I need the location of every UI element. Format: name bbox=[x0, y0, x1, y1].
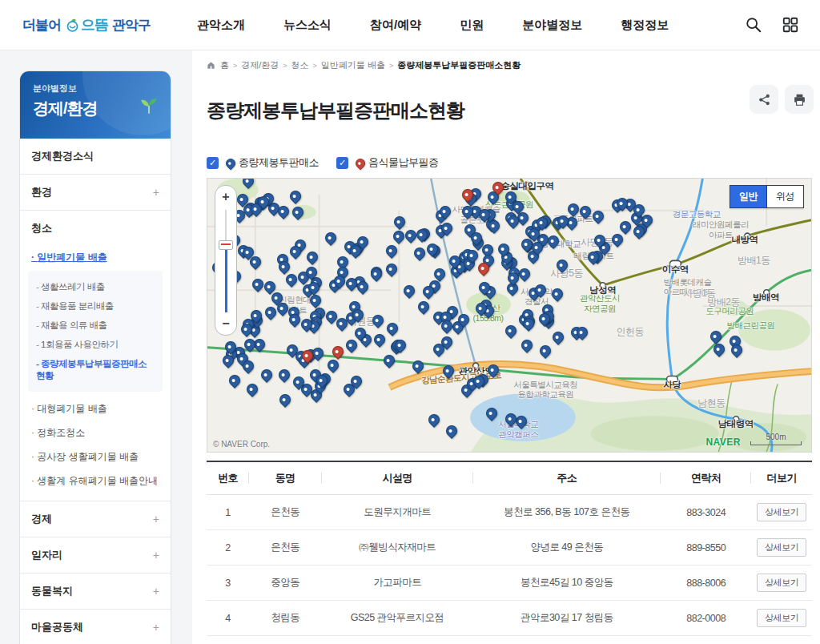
sidebar-item-label: 경제 bbox=[31, 512, 52, 526]
cell-address: 관악로 304 청림동 bbox=[473, 636, 661, 644]
expand-plus-icon[interactable]: + bbox=[153, 621, 159, 634]
nav-item-6[interactable]: 행정정보 bbox=[621, 18, 669, 33]
sidebar-item-bottom-4[interactable]: 마을공동체+ bbox=[20, 609, 171, 644]
sidebar-sub-box: 생활쓰레기 배출재활용품 분리배출재활용 의류 배출1회용품 사용안하기종량제봉… bbox=[28, 271, 163, 392]
filter-label: 종량제봉투판매소 bbox=[239, 155, 319, 170]
nav-item-2[interactable]: 뉴스소식 bbox=[283, 18, 332, 33]
sidebar-subitem-1[interactable]: 생활쓰레기 배출 bbox=[34, 277, 156, 296]
zoom-in-button[interactable]: + bbox=[215, 187, 236, 207]
sidebar-item-1[interactable]: 경제환경소식 bbox=[20, 139, 171, 174]
cell-facility-name: GS25 관악푸르지오점 bbox=[322, 601, 473, 636]
breadcrumb-separator: > bbox=[313, 62, 317, 70]
map-label-station-28: 사당 bbox=[664, 380, 681, 391]
legend-pin-shape bbox=[224, 157, 238, 171]
breadcrumb: 홈>경제/환경>청소>일반폐기물 배출>종량제봉투납부필증판매소현황 bbox=[207, 59, 521, 71]
zoom-track[interactable] bbox=[225, 210, 227, 242]
table-row: 1은천동도원무지개마트봉천로 356, B동 107호 은천동883-3024상… bbox=[207, 495, 812, 530]
map-label-station-32: 남태령역 bbox=[718, 419, 754, 430]
map-label-station-7: 내방역 bbox=[732, 235, 758, 246]
sidebar-sibling-2[interactable]: 정화조청소 bbox=[28, 421, 163, 445]
sidebar-item-label: 일자리 bbox=[31, 548, 62, 562]
title-buttons bbox=[750, 85, 814, 114]
cell-number: 5 bbox=[207, 636, 249, 644]
breadcrumb-item-4[interactable]: 일반폐기물 배출 bbox=[321, 59, 385, 71]
cell-phone: 889-8550 bbox=[661, 530, 751, 566]
breadcrumb-item-1[interactable]: 홈 bbox=[220, 59, 229, 71]
grid-menu-icon[interactable] bbox=[782, 16, 799, 34]
sidebar-item-bottom-2[interactable]: 일자리+ bbox=[20, 537, 171, 573]
sidebar-item-bottom-3[interactable]: 동물복지+ bbox=[20, 573, 171, 609]
sidebar-sibling-1[interactable]: 대형폐기물 배출 bbox=[28, 396, 163, 421]
breadcrumb-item-3[interactable]: 청소 bbox=[291, 59, 309, 71]
expand-plus-icon[interactable]: + bbox=[153, 585, 159, 598]
sidebar-subitem-2[interactable]: 재활용품 분리배출 bbox=[34, 296, 156, 316]
sales-locations-table: 번호동명시설명주소연락처더보기 1은천동도원무지개마트봉천로 356, B동 1… bbox=[207, 461, 812, 644]
naver-map[interactable]: + − 일반 위성 © NAVER Corp. NAVER 500m 숭실대입구… bbox=[207, 178, 812, 453]
logo-text-2: 으뜸 bbox=[66, 15, 108, 34]
sidebar-subitem-3[interactable]: 재활용 의류 배출 bbox=[34, 316, 156, 335]
cell-dong: 청림동 bbox=[249, 601, 322, 636]
breadcrumb-item-2[interactable]: 경제/환경 bbox=[241, 59, 279, 71]
sidebar: 분야별정보 경제/환경 경제환경소식환경+청소일반폐기물 배출생활쓰레기 배출재… bbox=[19, 70, 171, 644]
top-icons bbox=[745, 16, 799, 34]
sidebar-item-2[interactable]: 환경+ bbox=[20, 174, 171, 210]
share-button[interactable] bbox=[750, 85, 778, 114]
search-icon[interactable] bbox=[745, 16, 762, 34]
top-header: 더불어 으뜸 관악구 관악소개뉴스소식참여/예약민원분야별정보행정정보 bbox=[0, 0, 820, 50]
expand-plus-icon[interactable]: + bbox=[153, 549, 159, 561]
sidebar-cleaning-submenu: 일반폐기물 배출생활쓰레기 배출재활용품 분리배출재활용 의류 배출1회용품 사… bbox=[20, 246, 171, 501]
map-label-district-31: 남현동 bbox=[697, 397, 726, 409]
sidebar-sibling-3[interactable]: 공사장 생활폐기물 배출 bbox=[28, 445, 163, 469]
sidebar-item-label: 청소 bbox=[31, 221, 52, 235]
detail-button[interactable]: 상세보기 bbox=[757, 503, 806, 521]
sidebar-item-label: 경제환경소식 bbox=[31, 149, 94, 163]
cell-more: 상세보기 bbox=[751, 495, 812, 530]
zoom-slider-handle[interactable] bbox=[219, 240, 233, 250]
print-icon bbox=[793, 93, 806, 107]
cell-phone: 882-0008 bbox=[661, 601, 751, 636]
detail-button[interactable]: 상세보기 bbox=[757, 538, 806, 557]
checkbox-blue[interactable]: ✓ bbox=[207, 157, 219, 169]
print-button[interactable] bbox=[785, 85, 814, 114]
sidebar-item-label: 마을공동체 bbox=[31, 620, 83, 634]
map-label-poi-29: 서울특별시교육청 융합과학교육원 bbox=[513, 380, 577, 400]
zoom-out-button[interactable]: − bbox=[215, 314, 236, 333]
nav-item-5[interactable]: 분야별정보 bbox=[522, 18, 582, 33]
sidebar-subitem-4[interactable]: 1회용품 사용안하기 bbox=[34, 335, 156, 354]
nav-item-4[interactable]: 민원 bbox=[460, 18, 484, 33]
site-logo[interactable]: 더불어 으뜸 관악구 bbox=[22, 15, 151, 34]
sidebar-item-bottom-1[interactable]: 경제+ bbox=[20, 501, 171, 537]
breadcrumb-item-5: 종량제봉투납부필증판매소현황 bbox=[397, 59, 521, 71]
cell-number: 3 bbox=[207, 566, 249, 601]
map-scale-bar bbox=[750, 441, 802, 445]
nav-item-3[interactable]: 참여/예약 bbox=[370, 18, 421, 33]
zoom-track-filled[interactable] bbox=[225, 248, 227, 312]
cell-facility-name: ㈜웰빙식자재마트 bbox=[322, 530, 473, 566]
home-icon[interactable] bbox=[207, 61, 215, 70]
sidebar-subitem-5[interactable]: 종량제봉투납부필증판매소현황 bbox=[34, 354, 156, 385]
page-title: 종량제봉투납부필증판매소현황 bbox=[207, 98, 464, 123]
map-type-normal-button[interactable]: 일반 bbox=[730, 186, 766, 207]
expand-plus-icon[interactable]: + bbox=[153, 513, 159, 525]
expand-plus-icon[interactable]: + bbox=[153, 186, 159, 199]
cell-more: 상세보기 bbox=[751, 530, 812, 566]
sidebar-link-general-waste[interactable]: 일반폐기물 배출 bbox=[28, 248, 163, 269]
cell-phone: 874-5440 bbox=[661, 636, 751, 644]
map-type-satellite-button[interactable]: 위성 bbox=[766, 186, 803, 207]
checkbox-red[interactable]: ✓ bbox=[336, 157, 348, 169]
detail-button[interactable]: 상세보기 bbox=[757, 574, 806, 592]
detail-button[interactable]: 상세보기 bbox=[757, 609, 806, 627]
breadcrumb-separator: > bbox=[233, 62, 237, 70]
cell-address: 관악로30길 17 청림동 bbox=[473, 601, 661, 636]
map-scale-label: 500m bbox=[750, 433, 802, 441]
table-row: 5청림동현대할인마트관악로 304 청림동874-5440상세보기 bbox=[207, 636, 812, 644]
sidebar-sibling-4[interactable]: 생활계 유해폐기물 배출안내 bbox=[28, 469, 163, 493]
cell-number: 4 bbox=[207, 601, 249, 636]
map-attribution: © NAVER Corp. bbox=[213, 440, 270, 449]
cell-more: 상세보기 bbox=[751, 601, 812, 636]
cell-facility-name: 현대할인마트 bbox=[322, 636, 473, 644]
red-pin-icon bbox=[354, 156, 364, 169]
map-label-district-25: 인헌동 bbox=[617, 326, 645, 337]
sidebar-item-3[interactable]: 청소 bbox=[20, 210, 171, 246]
nav-item-1[interactable]: 관악소개 bbox=[197, 18, 245, 33]
